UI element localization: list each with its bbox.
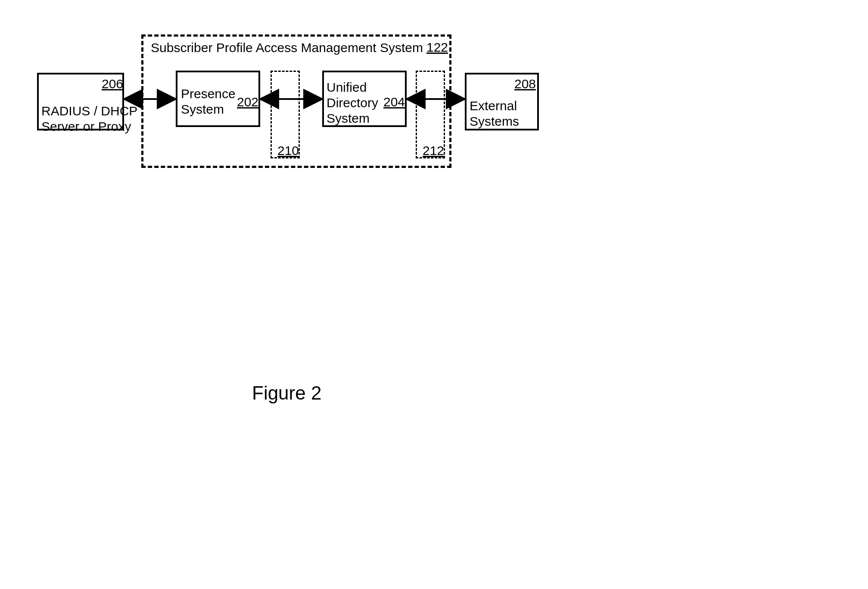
figure-title: Figure 2 <box>252 382 321 404</box>
intermediate-210-ref: 210 <box>277 143 299 158</box>
external-ref: 208 <box>514 77 536 91</box>
uds-label: Unified Directory System <box>327 80 378 126</box>
radius-ref: 206 <box>102 77 123 91</box>
uds-ref: 204 <box>383 95 405 109</box>
presence-ref: 202 <box>237 95 258 109</box>
intermediate-212-ref: 212 <box>423 143 444 158</box>
radius-label: RADIUS / DHCP Server or Proxy <box>41 103 137 134</box>
diagram-canvas: Subscriber Profile Access Management Sys… <box>0 0 868 589</box>
presence-label: Presence System <box>181 86 236 117</box>
system-container-title: Subscriber Profile Access Management Sys… <box>151 40 423 56</box>
system-container-ref: 122 <box>426 40 448 55</box>
external-label: External Systems <box>470 98 519 129</box>
